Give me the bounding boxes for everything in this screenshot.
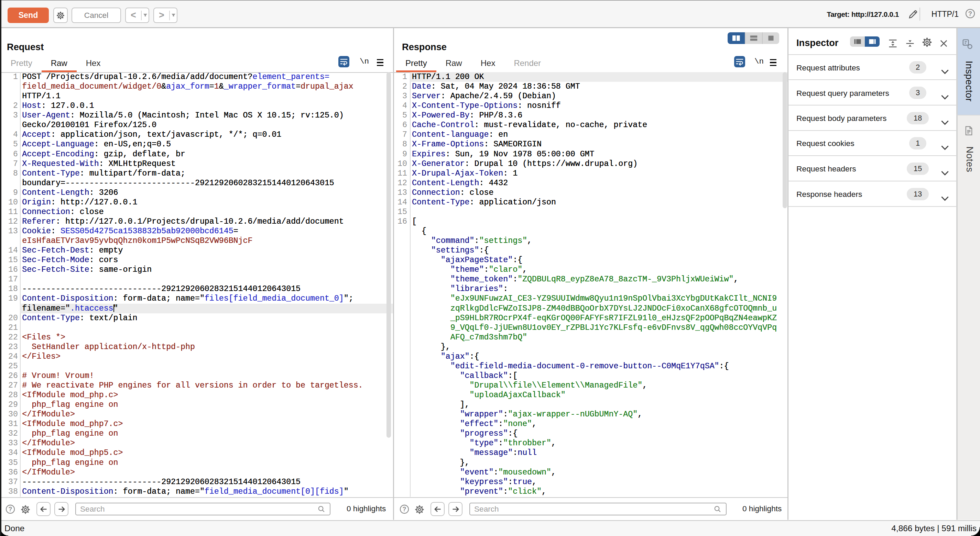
svg-text:?: ? (9, 506, 13, 513)
svg-text:?: ? (402, 506, 406, 513)
svg-text:?: ? (968, 10, 972, 17)
